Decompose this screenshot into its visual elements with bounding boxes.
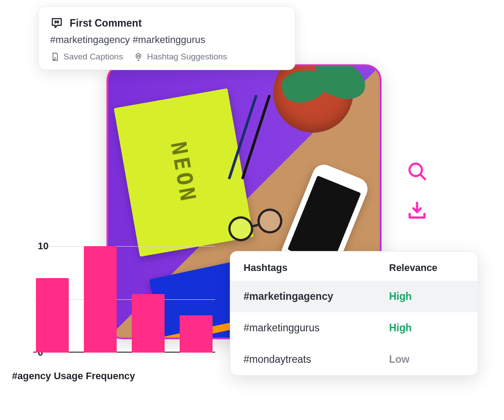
search-icon[interactable] <box>406 160 429 183</box>
download-icon[interactable] <box>406 200 429 223</box>
saved-captions-icon <box>50 52 60 62</box>
chart-bar <box>132 294 165 353</box>
hashtag-row[interactable]: #marketinggurusHigh <box>230 312 478 344</box>
hashtag-relevance: High <box>389 322 465 334</box>
hashtag-name: #mondaytreats <box>244 353 389 365</box>
hashtag-row[interactable]: #marketingagencyHigh <box>230 281 478 312</box>
hashtag-relevance: Low <box>389 353 465 365</box>
chart-bar <box>36 278 69 353</box>
hashtag-suggestions-label: Hashtag Suggestions <box>147 52 227 62</box>
first-comment-card: First Comment #marketingagency #marketin… <box>38 6 295 70</box>
hashtag-relevance: High <box>389 290 465 302</box>
hashtag-comment-icon <box>50 16 63 30</box>
hashtag-row[interactable]: #mondaytreatsLow <box>230 344 478 375</box>
svg-point-0 <box>136 54 141 59</box>
saved-captions-button[interactable]: Saved Captions <box>50 52 123 62</box>
chart-title: #agency Usage Frequency <box>12 370 135 382</box>
hashtag-suggestions-icon <box>134 52 143 62</box>
hashtag-name: #marketinggurus <box>244 322 389 334</box>
hashtag-relevance-card: Hashtags Relevance #marketingagencyHigh#… <box>230 251 478 376</box>
chart-bar <box>84 246 117 353</box>
saved-captions-label: Saved Captions <box>63 52 123 62</box>
hashtag-suggestions-button[interactable]: Hashtag Suggestions <box>134 52 227 62</box>
hashtags-column-header: Hashtags <box>244 262 389 274</box>
chart-bar <box>180 315 213 353</box>
first-comment-text[interactable]: #marketingagency #marketinggurus <box>50 34 284 46</box>
relevance-column-header: Relevance <box>389 262 465 274</box>
hashtag-name: #marketingagency <box>244 290 389 302</box>
first-comment-title: First Comment <box>70 17 142 29</box>
usage-frequency-chart: 10 5 0 #agency Usage Frequency <box>7 242 220 384</box>
